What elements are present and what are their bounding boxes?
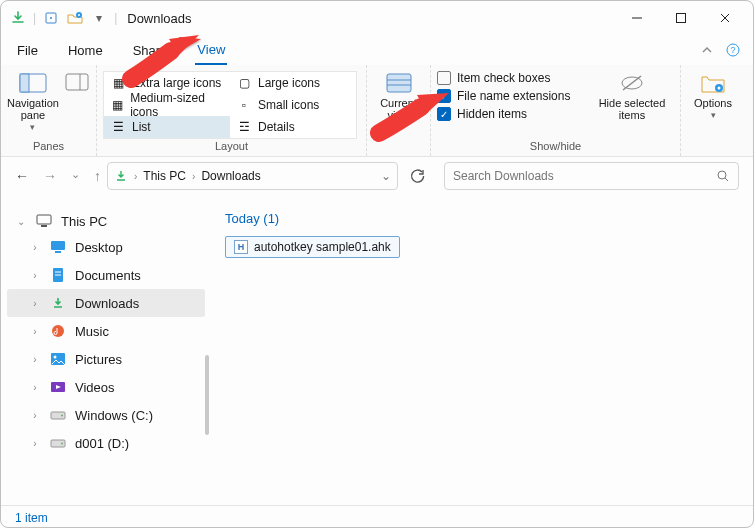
minimize-button[interactable] [615,3,659,33]
chevron-right-icon[interactable]: › [29,382,41,393]
file-name: autohotkey sample01.ahk [254,240,391,254]
window-title: Downloads [127,11,191,26]
layout-medium-icons[interactable]: ▦Medium-sized icons [104,94,230,116]
svg-rect-19 [37,215,51,224]
preview-pane-button[interactable] [65,69,90,91]
grid-icon: ▢ [236,76,252,90]
sidebar-item-music[interactable]: ›Music [7,317,205,345]
svg-point-17 [718,171,726,179]
chevron-down-icon: ▾ [30,123,35,133]
grid-icon: ▫ [236,98,252,112]
help-icon[interactable]: ? [723,40,743,60]
layout-view-selector[interactable]: ▦Extra large icons ▢Large icons ▦Medium-… [103,71,357,139]
search-input[interactable]: Search Downloads [444,162,739,190]
layout-details[interactable]: ☲Details [230,116,356,138]
sidebar-item-label: d001 (D:) [75,436,129,451]
maximize-button[interactable] [659,3,703,33]
hide-icon [617,71,647,95]
menubar: File Home Share View ? [1,35,753,65]
address-dropdown-icon[interactable]: ⌄ [381,169,391,183]
navigation-pane-button[interactable]: Navigation pane ▾ [7,69,59,133]
chevron-right-icon[interactable]: › [29,410,41,421]
sidebar-item-label: Desktop [75,240,123,255]
chevron-right-icon[interactable]: › [29,242,41,253]
layout-small-icons[interactable]: ▫Small icons [230,94,356,116]
qat-newfolder-icon[interactable] [64,7,86,29]
layout-list[interactable]: ☰List [104,116,230,138]
menu-home[interactable]: Home [66,37,105,64]
options-label: Options [694,97,732,109]
up-button[interactable]: ↑ [94,168,101,184]
checkbox-file-name-extensions[interactable]: ✓ File name extensions [437,89,587,103]
options-icon [698,71,728,95]
recent-chevron-down-icon[interactable]: ⌄ [71,168,80,184]
drive-icon [49,407,67,423]
svg-rect-7 [20,74,29,92]
current-view-button[interactable]: Current view ▾ [373,69,424,133]
breadcrumb-downloads[interactable]: Downloads [201,169,260,183]
current-view-label: Current view [373,97,424,121]
sidebar-item-downloads[interactable]: ›Downloads [7,289,205,317]
sidebar: ⌄ This PC ›Desktop›Documents›Downloads›M… [1,195,211,505]
menu-share[interactable]: Share [131,37,170,64]
sidebar-item-videos[interactable]: ›Videos [7,373,205,401]
checkbox-icon [437,71,451,85]
breadcrumb-this-pc[interactable]: This PC [143,169,186,183]
group-header[interactable]: Today (1) [225,211,739,226]
ribbon-group-layout: Layout [103,140,360,154]
sidebar-item-windows-c-[interactable]: ›Windows (C:) [7,401,205,429]
close-button[interactable] [703,3,747,33]
sidebar-item-desktop[interactable]: ›Desktop [7,233,205,261]
hide-selected-items-button[interactable]: Hide selected items [597,69,667,121]
separator: | [33,11,36,25]
doc-icon [49,267,67,283]
forward-button[interactable]: → [43,168,57,184]
chevron-right-icon[interactable]: › [134,171,137,182]
tree-root-this-pc[interactable]: ⌄ This PC [7,209,205,233]
qat-properties-icon[interactable] [40,7,62,29]
menu-file[interactable]: File [15,37,40,64]
grid-icon: ▦ [110,76,126,90]
chevron-right-icon[interactable]: › [29,354,41,365]
chevron-down-icon[interactable]: ⌄ [15,216,27,227]
ribbon-collapse-icon[interactable] [697,40,717,60]
sidebar-item-label: Downloads [75,296,139,311]
svg-rect-21 [51,241,65,250]
sidebar-item-pictures[interactable]: ›Pictures [7,345,205,373]
details-icon: ☲ [236,120,252,134]
navigation-pane-icon [18,71,48,95]
checkbox-checked-icon: ✓ [437,89,451,103]
chevron-right-icon[interactable]: › [29,298,41,309]
refresh-button[interactable] [404,162,432,190]
chevron-right-icon[interactable]: › [29,270,41,281]
svg-point-32 [61,415,63,417]
ribbon: Navigation pane ▾ Panes ▦Extra large ico… [1,65,753,157]
ribbon-group-showhide: Show/hide [437,140,674,154]
ahk-file-icon: H [234,240,248,254]
file-item[interactable]: H autohotkey sample01.ahk [225,236,400,258]
chevron-right-icon[interactable]: › [29,326,41,337]
separator: | [114,11,117,25]
drive-icon [49,435,67,451]
sidebar-item-d001-d-[interactable]: ›d001 (D:) [7,429,205,457]
svg-rect-22 [55,251,61,253]
scrollbar-thumb[interactable] [205,355,209,435]
menu-view[interactable]: View [195,36,227,65]
search-placeholder: Search Downloads [453,169,554,183]
svg-text:?: ? [730,45,735,55]
qat-chevron-down-icon[interactable]: ▾ [88,7,110,29]
chevron-right-icon[interactable]: › [29,438,41,449]
options-button[interactable]: Options ▾ [687,69,739,121]
layout-large-icons[interactable]: ▢Large icons [230,72,356,94]
checkbox-hidden-items[interactable]: ✓ Hidden items [437,107,587,121]
titlebar: | ▾ | Downloads [1,1,753,35]
download-icon [49,295,67,311]
list-icon: ☰ [110,120,126,134]
chevron-right-icon[interactable]: › [192,171,195,182]
sidebar-item-label: Windows (C:) [75,408,153,423]
sidebar-item-documents[interactable]: ›Documents [7,261,205,289]
checkbox-item-check-boxes[interactable]: Item check boxes [437,71,587,85]
address-bar[interactable]: › This PC › Downloads ⌄ [107,162,398,190]
svg-rect-3 [677,14,686,23]
back-button[interactable]: ← [15,168,29,184]
